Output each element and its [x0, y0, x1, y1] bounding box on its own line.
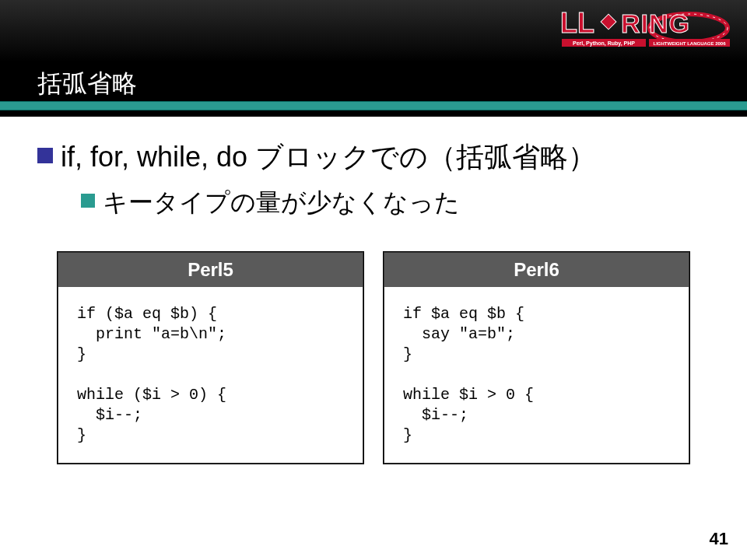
content: if, for, while, do ブロックでの（括弧省略） キータイプの量が… — [0, 117, 747, 219]
sub-bullet-marker-icon — [81, 194, 95, 208]
page-number: 41 — [710, 529, 728, 549]
logo-sub2: LIGHTWEIGHT LANGUAGE 2006 — [653, 41, 726, 46]
slide: LL RING Perl, Python, Ruby, PHP LIGHTWEI… — [0, 0, 747, 560]
sub-bullet-1-text: キータイプの量が少なくなった — [103, 186, 460, 219]
bullet-1-text: if, for, while, do ブロックでの（括弧省略） — [61, 138, 596, 177]
title-underline — [0, 101, 747, 110]
llring-logo-icon: LL RING Perl, Python, Ruby, PHP LIGHTWEI… — [559, 5, 731, 54]
bullet-1: if, for, while, do ブロックでの（括弧省略） — [37, 138, 713, 177]
sub-bullet-1: キータイプの量が少なくなった — [81, 186, 713, 219]
logo: LL RING Perl, Python, Ruby, PHP LIGHTWEI… — [559, 5, 731, 54]
code-boxes: Perl5 if ($a eq $b) { print "a=b\n"; } w… — [58, 252, 689, 464]
logo-ll-text: LL — [560, 7, 594, 39]
codebox-perl5-label: Perl5 — [58, 253, 363, 287]
codebox-perl6-label: Perl6 — [384, 253, 689, 287]
codebox-perl6-code: if $a eq $b { say "a=b"; } while $i > 0 … — [384, 287, 689, 463]
codebox-perl5-code: if ($a eq $b) { print "a=b\n"; } while (… — [58, 287, 363, 463]
svg-rect-2 — [601, 14, 616, 30]
codebox-perl6: Perl6 if $a eq $b { say "a=b"; } while $… — [384, 252, 689, 464]
logo-sub1: Perl, Python, Ruby, PHP — [573, 40, 635, 47]
bullet-marker-icon — [37, 148, 53, 163]
codebox-perl5: Perl5 if ($a eq $b) { print "a=b\n"; } w… — [58, 252, 363, 464]
slide-title: 括弧省略 — [37, 67, 137, 101]
header: LL RING Perl, Python, Ruby, PHP LIGHTWEI… — [0, 0, 747, 117]
logo-ring-text: RING — [621, 9, 690, 38]
